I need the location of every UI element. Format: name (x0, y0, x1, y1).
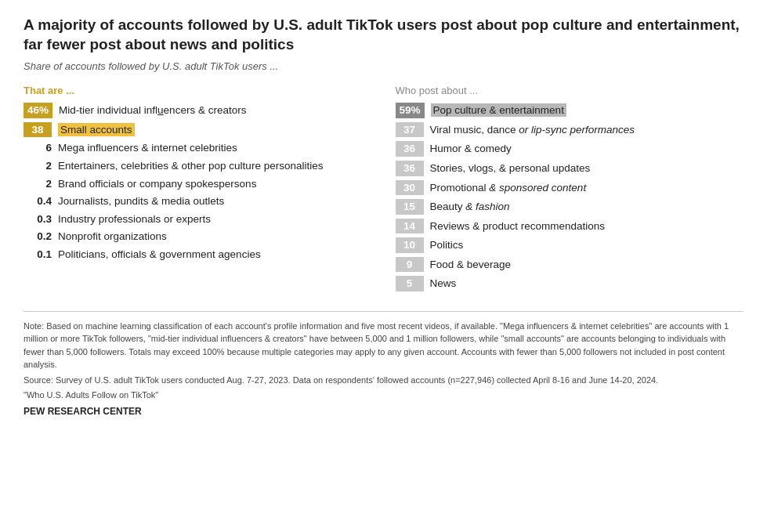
left-num-8: 0.2 (24, 230, 52, 244)
right-label-2: Viral music, dance or lip-sync performan… (430, 123, 635, 137)
left-badge-1: 46% (24, 103, 52, 118)
right-badge-4: 36 (396, 161, 424, 176)
left-row-1: 46% Mid-tier individual influencers & cr… (24, 103, 372, 118)
right-row-10: 5 News (396, 276, 744, 291)
left-row-6: 0.4 Journalists, pundits & media outlets (24, 194, 372, 208)
footnote-note: Note: Based on machine learning classifi… (24, 320, 743, 371)
left-badge-2: 38 (24, 122, 52, 138)
right-label-4: Stories, vlogs, & personal updates (430, 161, 591, 176)
right-label-9: Food & beverage (430, 258, 512, 272)
left-row-4: 2 Entertainers, celebrities & other pop … (24, 159, 372, 173)
left-num-3: 6 (24, 141, 52, 155)
right-label-6: Beauty & fashion (430, 200, 510, 214)
right-row-9: 9 Food & beverage (396, 257, 744, 273)
right-badge-2: 37 (396, 122, 424, 138)
right-badge-7: 14 (396, 219, 424, 234)
left-num-7: 0.3 (24, 212, 52, 226)
right-badge-3: 36 (396, 141, 424, 157)
divider (24, 311, 743, 312)
left-label-9: Politicians, officials & government agen… (58, 248, 261, 262)
main-columns: That are ... 46% Mid-tier individual inf… (24, 85, 743, 295)
right-row-7: 14 Reviews & product recommendations (396, 219, 744, 234)
right-row-3: 36 Humor & comedy (396, 141, 744, 157)
footnote-title: "Who U.S. Adults Follow on TikTok" (24, 389, 743, 402)
left-row-3: 6 Mega influencers & internet celebritie… (24, 141, 372, 155)
left-num-6: 0.4 (24, 194, 52, 208)
right-label-3: Humor & comedy (430, 142, 512, 156)
right-row-2: 37 Viral music, dance or lip-sync perfor… (396, 122, 744, 138)
right-row-1: 59% Pop culture & entertainment (396, 103, 744, 118)
left-column: That are ... 46% Mid-tier individual inf… (24, 85, 372, 295)
right-badge-6: 15 (396, 199, 424, 215)
right-badge-9: 9 (396, 257, 424, 273)
left-label-7: Industry professionals or experts (58, 212, 211, 226)
right-row-4: 36 Stories, vlogs, & personal updates (396, 161, 744, 176)
right-badge-5: 30 (396, 180, 424, 196)
right-badge-8: 10 (396, 237, 424, 253)
left-label-5: Brand officials or company spokespersons (58, 177, 256, 191)
left-row-8: 0.2 Nonprofit organizations (24, 230, 372, 244)
right-row-5: 30 Promotional & sponsored content (396, 180, 744, 196)
right-row-6: 15 Beauty & fashion (396, 199, 744, 215)
left-row-9: 0.1 Politicians, officials & government … (24, 248, 372, 262)
left-label-1: Mid-tier individual influencers & creato… (59, 103, 246, 118)
left-col-label: That are ... (24, 85, 372, 96)
left-num-5: 2 (24, 177, 52, 191)
left-label-3: Mega influencers & internet celebrities (58, 141, 237, 155)
left-row-5: 2 Brand officials or company spokesperso… (24, 177, 372, 191)
left-label-8: Nonprofit organizations (58, 230, 167, 244)
left-num-4: 2 (24, 159, 52, 173)
left-label-4: Entertainers, celebrities & other pop cu… (58, 159, 323, 173)
right-label-8: Politics (430, 238, 464, 252)
right-column: Who post about ... 59% Pop culture & ent… (396, 85, 744, 295)
right-label-10: News (430, 277, 457, 291)
right-badge-10: 5 (396, 276, 424, 291)
left-row-2: 38 Small accounts (24, 122, 372, 138)
chart-title: A majority of accounts followed by U.S. … (24, 16, 743, 54)
right-row-8: 10 Politics (396, 237, 744, 253)
footnote-source: Source: Survey of U.S. adult TikTok user… (24, 374, 743, 387)
footnote-section: Note: Based on machine learning classifi… (24, 320, 743, 418)
left-num-9: 0.1 (24, 248, 52, 262)
left-row-7: 0.3 Industry professionals or experts (24, 212, 372, 226)
pop-culture-highlight: Pop culture & entertainment (431, 103, 566, 117)
right-label-1: Pop culture & entertainment (431, 103, 566, 118)
small-accounts-highlight: Small accounts (58, 123, 135, 136)
chart-subtitle: Share of accounts followed by U.S. adult… (24, 60, 743, 72)
left-label-2: Small accounts (58, 123, 135, 137)
left-label-6: Journalists, pundits & media outlets (58, 194, 224, 208)
right-label-5: Promotional & sponsored content (430, 181, 587, 195)
brand-name: PEW RESEARCH CENTER (24, 404, 743, 418)
right-badge-1: 59% (396, 103, 425, 118)
right-label-7: Reviews & product recommendations (430, 219, 606, 233)
right-col-label: Who post about ... (396, 85, 744, 96)
